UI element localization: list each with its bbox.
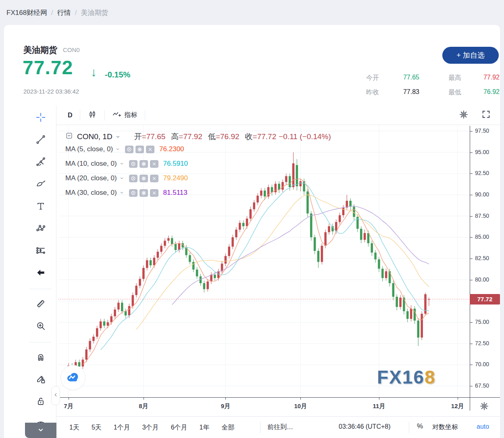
auto-scale-button[interactable]: auto <box>477 423 489 430</box>
ma-settings-button[interactable] <box>140 160 148 168</box>
month-tick-label: 10月 <box>291 403 310 410</box>
chart-legend: CON0, 1D 开=77.65高=77.92低=76.92收=77.72 −0… <box>65 131 331 200</box>
breadcrumb: FX168财经网/行情/美油期货 <box>6 8 108 17</box>
axis-tick <box>470 344 473 344</box>
tool-draw-lock-button[interactable] <box>33 372 48 387</box>
tool-arrow-left-button[interactable] <box>33 266 48 280</box>
chart-settings-button[interactable] <box>456 108 471 122</box>
axis-tick <box>225 398 226 400</box>
ma-settings-button[interactable] <box>140 175 148 182</box>
tool-zoom-in-button[interactable] <box>33 319 48 334</box>
symbol-code: CON0 <box>63 46 80 53</box>
goto-date-button[interactable]: 前往到… <box>267 423 293 432</box>
price-tick-label: 85.00 <box>475 234 489 240</box>
month-tick-label: 11月 <box>370 403 388 410</box>
range-button[interactable]: 全部 <box>221 422 235 434</box>
ma-row: MA (5, close, 0)76.2300 <box>65 142 331 156</box>
breadcrumb-item[interactable]: FX168财经网 <box>6 8 47 17</box>
ma-remove-button[interactable] <box>150 189 158 197</box>
axis-tick <box>470 259 473 259</box>
indicators-button[interactable]: 指标 <box>106 108 143 122</box>
ohlc-item: 高=77.92 <box>171 131 202 142</box>
timezone-button[interactable]: 03:36:46 (UTC+8) <box>339 423 391 430</box>
axis-tick <box>470 131 473 131</box>
arrow-left-icon <box>35 267 46 279</box>
tool-trend-line-button[interactable] <box>33 133 48 147</box>
toolbar-separator <box>104 110 105 121</box>
chevron-down-icon[interactable] <box>115 147 120 152</box>
chevron-down-icon[interactable] <box>115 134 121 140</box>
log-scale-button[interactable]: 对数坐标 <box>432 423 458 432</box>
ma-visibility-button[interactable] <box>129 175 137 182</box>
ma-row: MA (10, close, 0)76.5910 <box>65 156 331 171</box>
ma-settings-button[interactable] <box>140 189 148 197</box>
chart-toolbar: D 指标 <box>56 106 500 125</box>
range-button[interactable]: 5天 <box>91 422 102 434</box>
price-tick-label: 90.00 <box>475 191 489 198</box>
price-tick-label: 87.50 <box>475 213 489 219</box>
chevron-down-icon[interactable] <box>119 161 124 166</box>
tool-brush-button[interactable] <box>33 177 48 192</box>
last-price: 77.72 <box>23 56 73 79</box>
sidebar-collapse-handle[interactable] <box>51 386 60 405</box>
range-button[interactable]: 1天 <box>69 422 80 434</box>
toolbar-separator <box>80 110 80 121</box>
range-button[interactable]: 1个月 <box>113 422 131 434</box>
breadcrumb-item[interactable]: 行情 <box>57 8 71 17</box>
chevron-left-icon <box>52 391 59 400</box>
ma-remove-button[interactable] <box>150 160 158 168</box>
chart-logo-button[interactable] <box>60 365 85 390</box>
ma-visibility-button[interactable] <box>129 160 137 168</box>
tool-xabcd-pattern-button[interactable] <box>33 221 48 236</box>
ma-visibility-button[interactable] <box>129 189 137 197</box>
legend-collapse-button[interactable] <box>65 132 73 142</box>
tool-magnet-button[interactable] <box>33 350 48 365</box>
price-tick-label: 95.00 <box>475 149 489 155</box>
price-tick-label: 80.00 <box>475 276 489 283</box>
ma-row: MA (30, close, 0)81.5113 <box>65 186 331 200</box>
stat-label: 今开 <box>366 74 379 82</box>
last-price-axis-label: 77.72 <box>470 294 500 305</box>
chevron-down-icon[interactable] <box>119 176 124 181</box>
xabcd-pattern-icon <box>35 223 46 235</box>
tool-crosshair-button[interactable] <box>33 111 48 125</box>
add-watchlist-button[interactable]: + 加自选 <box>442 47 499 64</box>
chevron-down-icon[interactable] <box>119 190 124 195</box>
page-title: 美油期货 <box>23 44 57 56</box>
ma-remove-button[interactable] <box>150 175 158 182</box>
ma-settings-button[interactable] <box>135 146 144 153</box>
axis-tick <box>470 280 473 280</box>
fullscreen-button[interactable] <box>479 108 494 122</box>
ma-remove-button[interactable] <box>146 146 154 153</box>
indicators-label: 指标 <box>125 111 137 119</box>
candlestick-style-icon <box>87 110 97 121</box>
ma-label: MA (20, close, 0) <box>65 174 117 182</box>
ma-visibility-button[interactable] <box>125 146 133 153</box>
axis-settings-button[interactable] <box>478 400 490 413</box>
price-tick-label: 70.00 <box>475 361 489 367</box>
breadcrumb-separator: / <box>75 9 77 17</box>
axis-tick <box>458 398 458 400</box>
bottom-separator <box>409 422 409 433</box>
axis-tick <box>470 322 473 323</box>
axis-tick <box>69 398 69 400</box>
tool-text-button[interactable] <box>33 199 48 214</box>
tool-ruler-button[interactable] <box>33 297 48 311</box>
range-button[interactable]: 1年 <box>199 422 210 434</box>
breadcrumb-bar: FX168财经网/行情/美油期货 <box>0 0 504 25</box>
settings-gear-icon <box>458 109 469 121</box>
range-button[interactable]: 6个月 <box>170 422 188 434</box>
percent-scale-button[interactable]: % <box>417 422 423 430</box>
range-button[interactable]: 3个月 <box>142 422 160 434</box>
gann-fib-icon <box>35 156 46 168</box>
brush-icon <box>35 179 46 190</box>
month-tick-label: 8月 <box>134 403 153 410</box>
tool-gann-fib-button[interactable] <box>33 155 48 169</box>
chart-style-button[interactable] <box>82 108 103 122</box>
tool-lock-button[interactable] <box>33 394 48 409</box>
tool-range-tool-button[interactable] <box>33 244 48 258</box>
axis-tick <box>470 173 473 174</box>
interval-button[interactable]: D <box>62 108 78 122</box>
collapse-toolbar-button[interactable] <box>25 423 56 438</box>
stat-label: 昨收 <box>366 88 379 97</box>
